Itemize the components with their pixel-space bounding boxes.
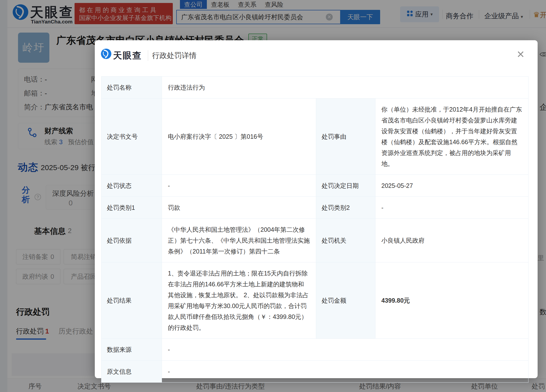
- divider: [148, 50, 148, 61]
- modal-body: 处罚名称 行政违法行为 决定书文号 电小府案行决字〔 2025 〕第016号 处…: [101, 76, 531, 383]
- row-value: 2025-05-27: [375, 175, 528, 197]
- row-label: 数据来源: [101, 339, 162, 361]
- modal-brand: 天眼查: [113, 50, 142, 62]
- modal-title: 行政处罚详情: [152, 51, 196, 61]
- row-label: 处罚金额: [316, 262, 375, 339]
- table-row: 处罚状态 - 处罚决定日期 2025-05-27: [101, 175, 528, 197]
- row-label: 处罚结果: [101, 262, 162, 339]
- penalty-amount-value: 4399.80元: [375, 262, 528, 339]
- row-value: 行政违法行为: [162, 77, 528, 98]
- row-value: -: [162, 175, 316, 197]
- row-label: 原文信息: [101, 361, 162, 383]
- table-row: 处罚名称 行政违法行为: [101, 77, 528, 98]
- row-label: 处罚名称: [101, 77, 162, 98]
- row-label: 处罚类别1: [101, 197, 162, 219]
- row-label: 处罚依据: [101, 219, 162, 262]
- table-row: 处罚依据 《中华人民共和国土地管理法》（2004年第二次修正）第七十六条、《中华…: [101, 219, 528, 262]
- row-label: 处罚决定日期: [316, 175, 375, 197]
- tianyancha-logo-icon: [101, 48, 112, 60]
- row-label: 处罚状态: [101, 175, 162, 197]
- row-value: 1、责令退还非法占用的土地；限在15天内自行拆除在非法占用的146.66平方米土…: [162, 262, 316, 339]
- row-label: 处罚类别2: [316, 197, 375, 219]
- table-row: 处罚类别1 罚款 处罚类别2 -: [101, 197, 528, 219]
- row-value: 电小府案行决字〔 2025 〕第016号: [162, 98, 316, 175]
- row-label: 处罚事由: [316, 98, 375, 175]
- penalty-detail-modal: 天眼查 行政处罚详情 × 处罚名称 行政违法行为 决定书文号 电小府案行决字〔 …: [95, 40, 538, 378]
- close-icon[interactable]: ×: [517, 48, 524, 60]
- row-label: 决定书文号: [101, 98, 162, 175]
- penalty-detail-table: 处罚名称 行政违法行为 决定书文号 电小府案行决字〔 2025 〕第016号 处…: [101, 76, 528, 383]
- row-value: -: [375, 197, 528, 219]
- modal-header: 天眼查 行政处罚详情 ×: [95, 40, 538, 76]
- row-value: 小良镇人民政府: [375, 219, 528, 262]
- row-value: 罚款: [162, 197, 316, 219]
- table-row: 数据来源 -: [101, 339, 528, 361]
- table-row: 决定书文号 电小府案行决字〔 2025 〕第016号 处罚事由 你（单位）未经批…: [101, 98, 528, 175]
- row-value: -: [162, 339, 528, 361]
- table-row: 处罚结果 1、责令退还非法占用的土地；限在15天内自行拆除在非法占用的146.6…: [101, 262, 528, 339]
- row-label: 处罚机关: [316, 219, 375, 262]
- row-value: 你（单位）未经批准，于2012年4月开始擅自在广东省茂名市电白区小良镇岭圩村委会…: [375, 98, 528, 175]
- row-value: 《中华人民共和国土地管理法》（2004年第二次修正）第七十六条、《中华人民共和国…: [162, 219, 316, 262]
- table-row: 原文信息 -: [101, 361, 528, 383]
- row-value: -: [162, 361, 528, 383]
